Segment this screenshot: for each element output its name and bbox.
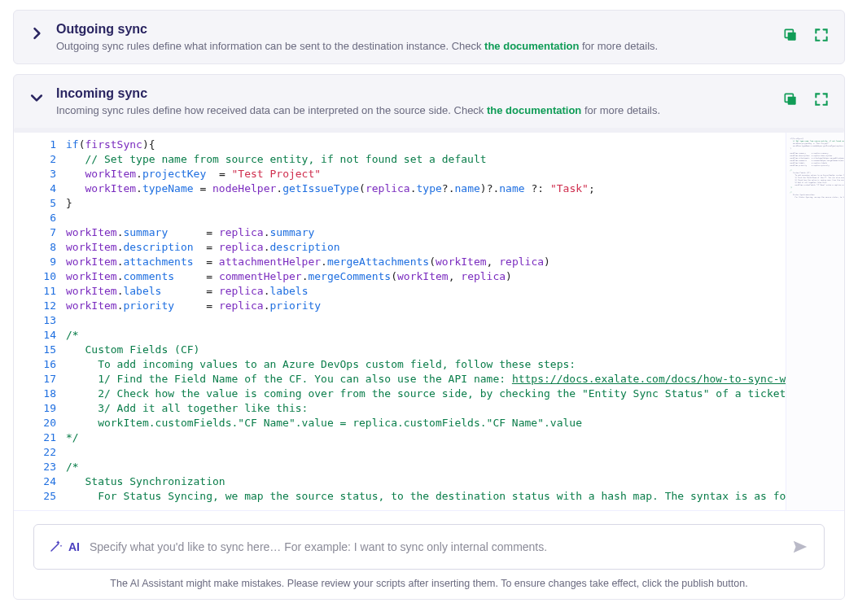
line-number: 4 xyxy=(14,181,66,196)
line-content: workItem.customFields."CF Name".value = … xyxy=(66,416,786,430)
line-content: Status Synchronization xyxy=(66,474,786,489)
code-line[interactable]: 21*/ xyxy=(14,430,786,445)
code-line[interactable]: 17 1/ Find the Field Name of the CF. You… xyxy=(14,372,786,387)
line-content: workItem.attachments = attachmentHelper.… xyxy=(66,255,786,269)
outgoing-fullscreen-button[interactable] xyxy=(813,27,830,43)
code-line[interactable]: 13 xyxy=(14,313,786,328)
wand-icon xyxy=(49,539,63,556)
code-line[interactable]: 20 workItem.customFields."CF Name".value… xyxy=(14,416,786,430)
line-number: 2 xyxy=(14,152,66,167)
code-line[interactable]: 22 xyxy=(14,445,786,460)
line-content: workItem.summary = replica.summary xyxy=(66,225,786,240)
line-number: 8 xyxy=(14,240,66,255)
line-content xyxy=(66,211,786,225)
line-number: 6 xyxy=(14,211,66,225)
line-number: 15 xyxy=(14,343,66,357)
line-content: /* xyxy=(66,460,786,474)
code-line[interactable]: 6 xyxy=(14,211,786,225)
incoming-desc: Incoming sync rules define how received … xyxy=(56,104,771,116)
code-line[interactable]: 16 To add incoming values to an Azure De… xyxy=(14,357,786,372)
line-content: workItem.description = replica.descripti… xyxy=(66,240,786,255)
fullscreen-icon xyxy=(813,33,830,46)
code-line[interactable]: 25 For Status Syncing, we map the source… xyxy=(14,489,786,504)
outgoing-sync-header[interactable]: Outgoing sync Outgoing sync rules define… xyxy=(14,11,844,63)
line-number: 25 xyxy=(14,489,66,504)
incoming-doc-link[interactable]: the documentation xyxy=(487,104,581,116)
line-number: 24 xyxy=(14,474,66,489)
ai-badge: AI xyxy=(49,539,80,556)
code-line[interactable]: 15 Custom Fields (CF) xyxy=(14,343,786,357)
line-content: /* xyxy=(66,328,786,343)
line-content: workItem.projectKey = "Test Project" xyxy=(66,167,786,181)
chevron-down-icon xyxy=(28,90,45,106)
line-number: 5 xyxy=(14,196,66,211)
line-number: 21 xyxy=(14,430,66,445)
line-number: 22 xyxy=(14,445,66,460)
line-content: if(firstSync){ xyxy=(66,138,786,152)
code-line[interactable]: 8workItem.description = replica.descript… xyxy=(14,240,786,255)
fullscreen-icon xyxy=(813,98,830,110)
code-line[interactable]: 5} xyxy=(14,196,786,211)
incoming-title: Incoming sync xyxy=(56,86,771,101)
line-number: 10 xyxy=(14,269,66,284)
code-editor[interactable]: 1if(firstSync){2 // Set type name from s… xyxy=(14,133,844,510)
ai-input-box[interactable]: AI Specify what you'd like to sync here…… xyxy=(33,524,825,570)
incoming-fullscreen-button[interactable] xyxy=(813,91,830,107)
line-number: 12 xyxy=(14,299,66,313)
chevron-right-icon xyxy=(28,25,45,42)
code-line[interactable]: 23/* xyxy=(14,460,786,474)
code-line[interactable]: 2 // Set type name from source entity, i… xyxy=(14,152,786,167)
line-content: workItem.comments = commentHelper.mergeC… xyxy=(66,269,786,284)
code-line[interactable]: 11workItem.labels = replica.labels xyxy=(14,284,786,299)
code-line[interactable]: 19 3/ Add it all together like this: xyxy=(14,401,786,416)
code-line[interactable]: 24 Status Synchronization xyxy=(14,474,786,489)
line-content: 2/ Check how the value is coming over fr… xyxy=(66,387,786,401)
incoming-sync-panel: Incoming sync Incoming sync rules define… xyxy=(13,74,845,600)
line-number: 13 xyxy=(14,313,66,328)
ai-badge-label: AI xyxy=(68,540,80,553)
incoming-copy-button[interactable] xyxy=(782,91,799,107)
line-number: 20 xyxy=(14,416,66,430)
code-line[interactable]: 9workItem.attachments = attachmentHelper… xyxy=(14,255,786,269)
outgoing-copy-button[interactable] xyxy=(782,27,799,43)
code-line[interactable]: 1if(firstSync){ xyxy=(14,138,786,152)
line-content xyxy=(66,445,786,460)
line-number: 3 xyxy=(14,167,66,181)
line-content: workItem.priority = replica.priority xyxy=(66,299,786,313)
code-line[interactable]: 14/* xyxy=(14,328,786,343)
code-line[interactable]: 18 2/ Check how the value is coming over… xyxy=(14,387,786,401)
copy-icon xyxy=(782,33,799,46)
line-content: } xyxy=(66,196,786,211)
ai-disclaimer: The AI Assistant might make mistakes. Pl… xyxy=(33,578,825,589)
code-line[interactable]: 12workItem.priority = replica.priority xyxy=(14,299,786,313)
line-number: 7 xyxy=(14,225,66,240)
line-number: 16 xyxy=(14,357,66,372)
line-content: 1/ Find the Field Name of the CF. You ca… xyxy=(66,372,786,387)
outgoing-desc: Outgoing sync rules define what informat… xyxy=(56,40,771,52)
line-content: 3/ Add it all together like this: xyxy=(66,401,786,416)
code-line[interactable]: 7workItem.summary = replica.summary xyxy=(14,225,786,240)
incoming-sync-header[interactable]: Incoming sync Incoming sync rules define… xyxy=(14,75,844,128)
svg-rect-0 xyxy=(788,33,796,41)
line-number: 23 xyxy=(14,460,66,474)
code-line[interactable]: 10workItem.comments = commentHelper.merg… xyxy=(14,269,786,284)
copy-icon xyxy=(782,98,799,110)
line-content: For Status Syncing, we map the source st… xyxy=(66,489,786,504)
line-number: 9 xyxy=(14,255,66,269)
line-content: // Set type name from source entity, if … xyxy=(66,152,786,167)
line-number: 14 xyxy=(14,328,66,343)
svg-rect-2 xyxy=(788,97,796,105)
outgoing-doc-link[interactable]: the documentation xyxy=(484,40,579,52)
code-line[interactable]: 3 workItem.projectKey = "Test Project" xyxy=(14,167,786,181)
line-content: workItem.typeName = nodeHelper.getIssueT… xyxy=(66,181,786,196)
editor-minimap[interactable]: if(firstSync){ // Set type name from sou… xyxy=(786,133,845,510)
send-icon xyxy=(791,546,809,558)
code-line[interactable]: 4 workItem.typeName = nodeHelper.getIssu… xyxy=(14,181,786,196)
ai-placeholder: Specify what you'd like to sync here… Fo… xyxy=(90,540,781,553)
line-number: 17 xyxy=(14,372,66,387)
ai-send-button[interactable] xyxy=(791,538,809,556)
line-number: 11 xyxy=(14,284,66,299)
line-number: 1 xyxy=(14,138,66,152)
line-content: To add incoming values to an Azure DevOp… xyxy=(66,357,786,372)
ai-assistant-zone: AI Specify what you'd like to sync here…… xyxy=(14,510,844,599)
